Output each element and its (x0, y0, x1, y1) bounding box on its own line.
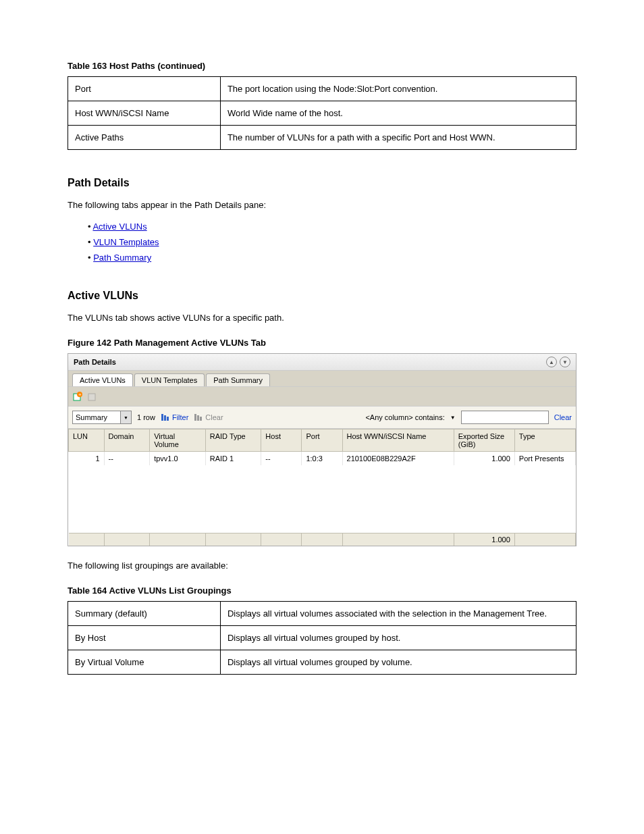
svg-rect-5 (164, 415, 166, 421)
chevron-down-icon[interactable]: ▼ (450, 415, 456, 421)
path-details-panel: Path Details ▲ ▼ Active VLUNs VLUN Templ… (68, 353, 576, 546)
grouping-input[interactable] (73, 412, 120, 423)
table-row: Port The port location using the Node:Sl… (68, 77, 576, 101)
footer-total: 1.000 (454, 533, 514, 546)
grid-row[interactable]: 1 -- tpvv1.0 RAID 1 -- 1:0:3 210100E08B2… (69, 452, 576, 466)
col-lun[interactable]: LUN (69, 429, 105, 452)
cell-size: 1.000 (454, 452, 514, 466)
cell-label: By Host (68, 626, 221, 650)
cell-type: Port Presents (514, 452, 575, 466)
chevron-down-icon[interactable]: ▼ (120, 411, 131, 423)
filter-button[interactable]: Filter (161, 413, 188, 421)
link-path-summary[interactable]: Path Summary (93, 253, 151, 263)
table-row: By Host Displays all virtual volumes gro… (68, 626, 576, 650)
grid-footer-row: 1.000 (69, 533, 576, 546)
cell-label: By Virtual Volume (68, 650, 221, 675)
toolbar: + (68, 387, 576, 407)
col-wwn[interactable]: Host WWN/iSCSI Name (342, 429, 454, 452)
list-groupings-text: The following list groupings are availab… (68, 560, 576, 572)
svg-rect-4 (161, 414, 163, 421)
cell-wwn: 210100E08B229A2F (342, 452, 454, 466)
tab-path-summary[interactable]: Path Summary (206, 373, 270, 386)
path-details-heading: Path Details (68, 177, 576, 189)
panel-title-bar: Path Details ▲ ▼ (68, 354, 576, 371)
link-vlun-templates[interactable]: VLUN Templates (93, 237, 159, 247)
svg-rect-6 (167, 417, 169, 421)
collapse-down-icon[interactable]: ▼ (560, 357, 570, 367)
panel-title: Path Details (74, 358, 546, 366)
col-domain[interactable]: Domain (104, 429, 150, 452)
cell-label: Port (68, 77, 221, 101)
cell-domain: -- (104, 452, 150, 466)
table-row: By Virtual Volume Displays all virtual v… (68, 650, 576, 675)
col-host[interactable]: Host (261, 429, 302, 452)
filter-row: ▼ 1 row Filter Clear <Any column> contai… (68, 407, 576, 429)
cell-desc: Displays all virtual volumes associated … (220, 602, 576, 626)
active-vluns-text: The VLUNs tab shows active VLUNs for a s… (68, 312, 576, 324)
path-details-intro: The following tabs appear in the Path De… (68, 199, 576, 211)
export-icon[interactable]: + (72, 391, 83, 402)
col-raid-type[interactable]: RAID Type (205, 429, 261, 452)
link-active-vluns[interactable]: Active VLUNs (92, 221, 146, 232)
cell-desc: Displays all virtual volumes grouped by … (220, 650, 576, 675)
search-input[interactable] (461, 411, 549, 424)
cell-host: -- (261, 452, 302, 466)
cell-raid: RAID 1 (205, 452, 261, 466)
cell-port: 1:0:3 (302, 452, 342, 466)
table-row: Active Paths The number of VLUNs for a p… (68, 126, 576, 150)
clear-filter-button[interactable]: Clear (194, 413, 223, 421)
unexport-icon[interactable] (87, 391, 98, 402)
cell-desc: World Wide name of the host. (220, 101, 576, 126)
grouping-combo[interactable]: ▼ (72, 411, 132, 424)
grid-header-row: LUN Domain Virtual Volume RAID Type Host… (69, 429, 576, 452)
svg-rect-7 (194, 414, 196, 421)
table-163: Port The port location using the Node:Sl… (68, 76, 576, 150)
collapse-up-icon[interactable]: ▲ (546, 357, 557, 367)
figure-caption: Figure 142 Path Management Active VLUNs … (68, 338, 576, 348)
cell-desc: The port location using the Node:Slot:Po… (220, 77, 576, 101)
table-row: Summary (default) Displays all virtual v… (68, 602, 576, 626)
active-vluns-heading: Active VLUNs (68, 290, 576, 302)
svg-rect-8 (197, 415, 199, 421)
tab-bar: Active VLUNs VLUN Templates Path Summary (68, 371, 576, 387)
svg-rect-3 (88, 394, 95, 400)
col-virtual-volume[interactable]: Virtual Volume (150, 429, 206, 452)
clear-filter-icon (194, 413, 203, 421)
any-column-label: <Any column> contains: (365, 413, 444, 421)
col-type[interactable]: Type (514, 429, 575, 452)
cell-label: Summary (default) (68, 602, 221, 626)
tab-active-vluns[interactable]: Active VLUNs (72, 373, 133, 386)
vlun-grid: LUN Domain Virtual Volume RAID Type Host… (68, 429, 576, 546)
clear-search-button[interactable]: Clear (554, 413, 572, 421)
tab-vlun-templates[interactable]: VLUN Templates (134, 373, 205, 386)
table-163-caption: Table 163 Host Paths (continued) (68, 61, 576, 71)
cell-lun: 1 (69, 452, 105, 466)
table-164-caption: Table 164 Active VLUNs List Groupings (68, 585, 576, 596)
link-list: • Active VLUNs • VLUN Templates • Path S… (88, 221, 576, 263)
svg-rect-9 (200, 417, 202, 421)
svg-text:+: + (78, 392, 82, 398)
row-count-label: 1 row (137, 413, 155, 421)
cell-desc: Displays all virtual volumes grouped by … (220, 626, 576, 650)
col-exported-size[interactable]: Exported Size (GiB) (454, 429, 514, 452)
col-port[interactable]: Port (302, 429, 342, 452)
table-164: Summary (default) Displays all virtual v… (68, 601, 576, 675)
cell-desc: The number of VLUNs for a path with a sp… (220, 126, 576, 150)
table-row: Host WWN/iSCSI Name World Wide name of t… (68, 101, 576, 126)
cell-label: Host WWN/iSCSI Name (68, 101, 221, 126)
cell-label: Active Paths (68, 126, 221, 150)
filter-icon (161, 413, 170, 421)
cell-vv: tpvv1.0 (150, 452, 206, 466)
